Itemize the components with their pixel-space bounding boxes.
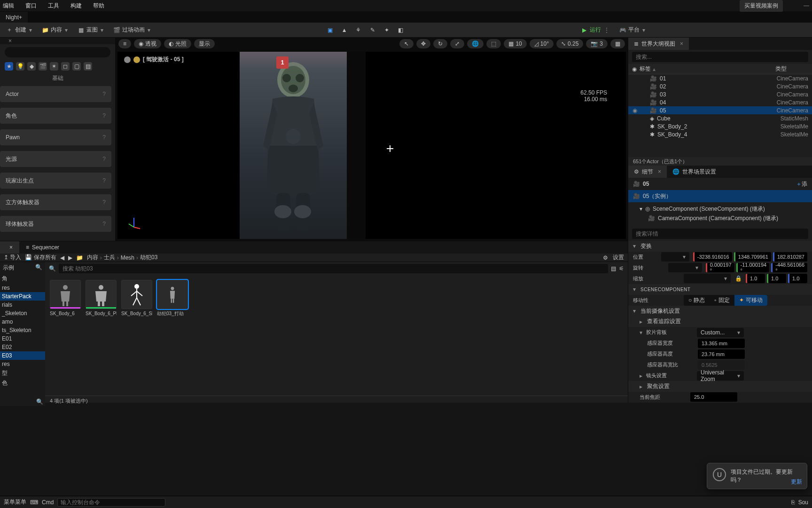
window-minimize-icon[interactable]: —: [804, 2, 809, 9]
section-transform[interactable]: ▾变换: [628, 241, 812, 252]
outliner-row[interactable]: ◉🎥05CineCamera: [628, 106, 812, 114]
tree-item[interactable]: 色: [0, 378, 45, 388]
level-tab[interactable]: Night+: [0, 11, 28, 23]
category-cinematic-icon[interactable]: 🎬: [39, 62, 47, 71]
foliage-icon[interactable]: ⚘: [355, 26, 362, 34]
settings-icon[interactable]: ⚙: [603, 254, 608, 261]
loc-x[interactable]: -3238.916016: [693, 252, 732, 262]
place-actors-search[interactable]: [5, 47, 110, 57]
mobility-movable[interactable]: ✦可移动: [734, 295, 767, 306]
scl-y[interactable]: 1.0: [767, 274, 786, 283]
cb-search[interactable]: [59, 264, 608, 273]
category-volumes-icon[interactable]: ▢: [72, 62, 81, 71]
grid-snap[interactable]: ▦10: [504, 39, 526, 48]
help-icon[interactable]: ?: [102, 199, 106, 206]
outliner-search[interactable]: [632, 52, 808, 62]
loc-y[interactable]: 1348.709961: [734, 252, 771, 262]
help-icon[interactable]: ?: [102, 221, 106, 227]
place-item-spheretrigger[interactable]: 球体触发器?: [0, 216, 111, 232]
blueprint-button[interactable]: ▦ 蓝图: [73, 24, 107, 36]
outliner-row[interactable]: ✱SK_Body_4SkeletalMe: [628, 130, 812, 138]
filmback-dropdown[interactable]: Custom...▾: [697, 328, 744, 337]
component-row[interactable]: ▾◎SceneComponent (SceneComponent) (继承): [640, 204, 807, 214]
category-shapes-icon[interactable]: ◆: [27, 62, 36, 71]
category-basic-icon[interactable]: ★: [5, 62, 13, 71]
tree-item[interactable]: res: [0, 360, 45, 368]
place-item-playerstart[interactable]: 玩家出生点?: [0, 173, 111, 189]
scl-x[interactable]: 1.0: [746, 274, 765, 283]
category-vfx-icon[interactable]: ✶: [50, 62, 58, 71]
section-tracking[interactable]: ▸查看追踪设置: [628, 317, 812, 327]
history-fwd[interactable]: ▶: [68, 254, 72, 261]
tree-item[interactable]: 型: [0, 368, 45, 378]
tree-item[interactable]: E03: [0, 351, 45, 360]
close-icon[interactable]: ×: [9, 244, 13, 251]
section-scenecomponent[interactable]: ▾SCENECOMPONENT: [628, 284, 812, 295]
component-row[interactable]: 🎥CameraComponent (CameraComponent) (继承): [640, 214, 807, 223]
outliner-row[interactable]: 🎥04CineCamera: [628, 98, 812, 106]
rotation-dropdown[interactable]: ▾: [668, 263, 702, 272]
menu-build[interactable]: 构建: [70, 2, 82, 10]
saveall-button[interactable]: 💾 保存所有: [25, 254, 56, 262]
focal-field[interactable]: 25.0: [690, 392, 737, 402]
asset-tile[interactable]: SK_Body_6: [50, 280, 81, 322]
tree-item[interactable]: E02: [0, 343, 45, 351]
crumb-item[interactable]: Mesh: [121, 254, 134, 261]
create-button[interactable]: ＋ 创建: [2, 24, 36, 36]
mobility-static[interactable]: ○静态: [684, 295, 710, 306]
outliner-row[interactable]: 🎥02CineCamera: [628, 82, 812, 90]
rot-z[interactable]: -448.561066 °: [771, 263, 807, 272]
details-search[interactable]: [632, 229, 808, 239]
rot-x[interactable]: 0.000197 °: [706, 263, 734, 272]
tree-item[interactable]: ts_Skeleton: [0, 326, 45, 334]
tree-item[interactable]: rials: [0, 301, 45, 309]
viewport-layouts[interactable]: ▦: [610, 39, 625, 48]
filter-icon[interactable]: ▤: [611, 265, 616, 272]
content-button[interactable]: 📁 内容: [38, 24, 71, 36]
outliner-row[interactable]: ✱SK_Body_2SkeletalMe: [628, 122, 812, 130]
mobility-segmented[interactable]: ○静态 ▫固定 ✦可移动: [684, 295, 767, 306]
menu-tools[interactable]: 工具: [48, 2, 59, 10]
menu-window[interactable]: 窗口: [25, 2, 37, 10]
scl-z[interactable]: 1.0: [788, 274, 807, 283]
tree-item[interactable]: res: [0, 284, 45, 292]
output-menu[interactable]: 菜单菜单: [4, 498, 26, 506]
help-icon[interactable]: ?: [102, 134, 106, 141]
eye-icon[interactable]: ◉: [632, 107, 638, 114]
outliner-tab[interactable]: ≣ 世界大纲视图 ×: [628, 38, 689, 50]
tree-item[interactable]: amo: [0, 318, 45, 326]
loc-z[interactable]: 182.810287: [773, 252, 807, 262]
asset-tile[interactable]: SK_Body_6_PhysicsAsset: [86, 280, 117, 322]
content-browser-tab[interactable]: ×: [0, 241, 19, 254]
cinematic-button[interactable]: 🎬 过场动画: [109, 24, 154, 36]
tree-item[interactable]: StarterPack: [0, 292, 45, 301]
select-tool[interactable]: ↖: [399, 39, 414, 48]
sensor-width-field[interactable]: 13.365 mm: [698, 339, 745, 348]
menu-help[interactable]: 帮助: [93, 2, 104, 10]
source-control-label[interactable]: Sou: [798, 499, 808, 506]
lock-icon[interactable]: 🔒: [734, 275, 742, 282]
help-icon[interactable]: ?: [102, 177, 106, 184]
filter-dropdown-icon[interactable]: ⚟: [619, 265, 624, 272]
viewport-lighting[interactable]: ◐光照: [164, 39, 191, 48]
world-local-toggle[interactable]: 🌐: [467, 39, 484, 48]
eye-column-icon[interactable]: ◉: [632, 66, 637, 72]
menu-edit[interactable]: 编辑: [3, 2, 14, 10]
cb-source-tree[interactable]: 示例🔍 角 res StarterPack rials _Skeleton am…: [0, 262, 45, 406]
crumb-item[interactable]: 内容: [87, 254, 98, 262]
top-video-button[interactable]: 买量视频案例: [740, 0, 783, 12]
add-component-button[interactable]: ＋添: [796, 180, 807, 188]
close-icon[interactable]: ×: [658, 168, 661, 175]
landscape-icon[interactable]: ▲: [341, 26, 348, 34]
sequencer-tab[interactable]: ≡ Sequencer: [19, 241, 66, 254]
cmd-input[interactable]: [57, 498, 165, 507]
tree-item[interactable]: _Skeleton: [0, 309, 45, 318]
search-icon[interactable]: 🔍: [35, 264, 42, 272]
crumb-item[interactable]: 士兵: [104, 254, 115, 262]
asset-tile[interactable]: SK_Body_6_Skeleton: [121, 280, 152, 322]
fracture-icon[interactable]: ✦: [383, 26, 390, 34]
scale-tool[interactable]: ⤢: [450, 39, 464, 48]
settings-button[interactable]: 设置: [613, 254, 624, 262]
details-tab[interactable]: ⚙ 细节 ×: [628, 166, 667, 178]
platform-button[interactable]: 🎮 平台: [615, 24, 649, 36]
